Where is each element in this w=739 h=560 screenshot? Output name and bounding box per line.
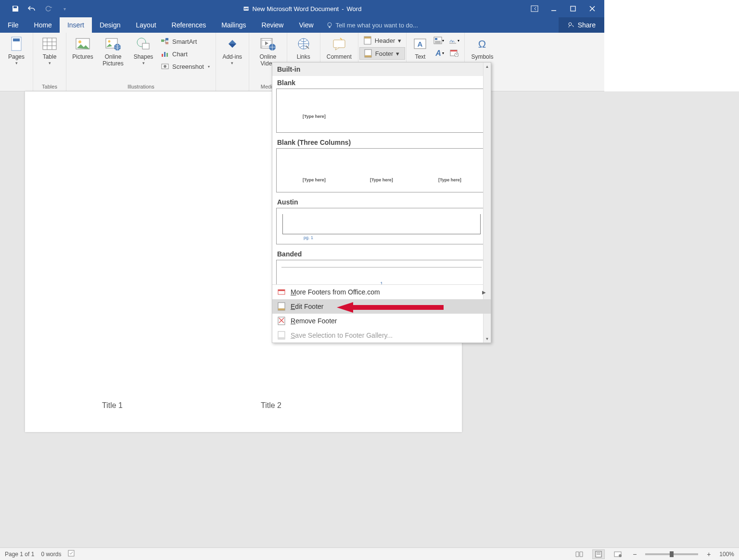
undo-icon[interactable] xyxy=(27,4,37,13)
group-tables: Table ▾ Tables xyxy=(33,33,66,91)
svg-rect-22 xyxy=(166,53,168,57)
gallery-item-blank-label: Blank xyxy=(276,76,487,89)
app-name: Word xyxy=(347,5,362,13)
tab-view[interactable]: View xyxy=(291,17,321,33)
remove-footer[interactable]: Remove Footer xyxy=(272,314,491,328)
window-title: New Microsoft Word Document - Word xyxy=(243,5,362,13)
symbols-button[interactable]: Ω Symbols xyxy=(468,35,497,61)
blank-placeholder: [Type here] xyxy=(303,114,326,119)
shapes-button[interactable]: Shapes ▾ xyxy=(130,35,157,65)
table-button[interactable]: Table ▾ xyxy=(36,35,63,65)
svg-rect-38 xyxy=(435,42,441,43)
online-pictures-button[interactable]: Online Pictures xyxy=(97,35,129,68)
tab-design[interactable]: Design xyxy=(92,17,128,33)
svg-point-13 xyxy=(108,40,111,43)
minimize-icon[interactable] xyxy=(549,4,558,13)
pages-button[interactable]: Pages ▾ xyxy=(3,35,30,65)
online-pictures-icon xyxy=(105,36,121,52)
tell-me-label: Tell me what you want to do... xyxy=(336,22,418,29)
gallery-item-blank3[interactable]: [Type here] [Type here] [Type here] xyxy=(276,148,487,192)
gallery-item-austin[interactable]: pg. 1 xyxy=(276,208,487,244)
footer-button[interactable]: Footer ▾ xyxy=(359,47,406,60)
tab-references[interactable]: References xyxy=(164,17,214,33)
svg-rect-46 xyxy=(278,290,285,291)
footer-icon xyxy=(364,49,372,58)
blank3-ph3: [Type here] xyxy=(438,178,461,182)
group-illustrations: Pictures Online Pictures Shapes ▾ SmartA… xyxy=(66,33,216,91)
footer-title-1: Title 1 xyxy=(102,401,123,410)
tables-group-label: Tables xyxy=(33,83,66,91)
doc-title: New Microsoft Word Document xyxy=(253,5,339,13)
pictures-icon xyxy=(75,36,91,52)
quickparts-icon[interactable]: ▾ xyxy=(433,36,444,45)
text-box-icon: A xyxy=(412,36,428,52)
close-icon[interactable] xyxy=(588,4,597,13)
gallery-item-austin-label: Austin xyxy=(276,195,487,208)
group-pages: Pages ▾ xyxy=(0,33,33,91)
save-icon[interactable] xyxy=(11,4,20,13)
header-button[interactable]: Header ▾ xyxy=(359,35,406,46)
svg-rect-18 xyxy=(166,38,168,40)
svg-rect-3 xyxy=(571,6,575,11)
qat-customize-icon[interactable]: ▾ xyxy=(60,4,69,13)
online-pictures-label: Online Pictures xyxy=(98,53,128,67)
scroll-up-icon[interactable]: ▲ xyxy=(484,63,491,70)
smartart-icon xyxy=(161,37,169,46)
pictures-label: Pictures xyxy=(72,53,93,60)
tab-home[interactable]: Home xyxy=(26,17,60,33)
comment-button[interactable]: Comment xyxy=(323,35,355,61)
footer-label: Footer xyxy=(375,50,394,57)
screenshot-button[interactable]: Screenshot ▾ xyxy=(158,61,213,72)
share-label: Share xyxy=(578,21,596,29)
maximize-icon[interactable] xyxy=(569,4,577,13)
pages-label: Pages xyxy=(8,53,25,60)
svg-rect-17 xyxy=(161,39,164,42)
gallery-item-blank[interactable]: [Type here] xyxy=(276,89,487,133)
addins-icon xyxy=(224,36,241,52)
save-selection-footer: Save Selection to Footer Gallery... xyxy=(272,328,491,343)
screenshot-label: Screenshot xyxy=(172,63,204,70)
gallery-scroll[interactable]: Blank [Type here] Blank (Three Columns) … xyxy=(272,76,491,284)
quick-access-toolbar: ▾ xyxy=(0,4,69,13)
shapes-label: Shapes xyxy=(134,53,153,60)
tab-file[interactable]: File xyxy=(0,17,26,33)
table-label: Table xyxy=(43,53,57,60)
header-label: Header xyxy=(375,37,395,44)
chart-button[interactable]: Chart xyxy=(158,48,213,60)
edit-footer[interactable]: Edit Footer xyxy=(272,299,491,314)
tab-review[interactable]: Review xyxy=(254,17,292,33)
tell-me[interactable]: Tell me what you want to do... xyxy=(321,17,423,33)
text-box-button[interactable]: A Text xyxy=(409,35,431,61)
gallery-item-banded[interactable]: 1 xyxy=(276,260,487,284)
svg-rect-19 xyxy=(166,42,168,44)
svg-text:Ω: Ω xyxy=(478,38,486,50)
smartart-button[interactable]: SmartArt xyxy=(158,36,213,47)
ribbon-options-icon[interactable] xyxy=(530,4,539,13)
addins-button[interactable]: Add-ins ▾ xyxy=(219,35,246,65)
remove-footer-icon xyxy=(277,317,286,325)
datetime-icon[interactable] xyxy=(449,48,459,58)
chart-label: Chart xyxy=(172,51,188,58)
share-button[interactable]: Share xyxy=(559,17,604,33)
svg-rect-30 xyxy=(364,37,371,38)
tab-mailings[interactable]: Mailings xyxy=(214,17,254,33)
edit-footer-label: Edit Footer xyxy=(291,303,323,310)
more-footers[interactable]: More Footers from Office.com ▶ xyxy=(272,285,491,299)
signature-icon[interactable]: ▾ xyxy=(449,36,459,45)
pictures-button[interactable]: Pictures xyxy=(69,35,96,61)
chart-icon xyxy=(161,50,169,58)
window-controls xyxy=(530,4,604,13)
tab-insert[interactable]: Insert xyxy=(60,17,92,33)
blank3-ph1: [Type here] xyxy=(303,178,326,182)
redo-icon[interactable] xyxy=(43,4,53,13)
tab-layout[interactable]: Layout xyxy=(128,17,164,33)
svg-rect-51 xyxy=(278,337,285,339)
comment-icon xyxy=(331,36,347,52)
office-icon xyxy=(277,288,286,296)
svg-rect-8 xyxy=(13,38,20,41)
svg-rect-42 xyxy=(450,50,457,51)
footer-title-2: Title 2 xyxy=(261,401,281,410)
svg-rect-20 xyxy=(162,54,163,57)
wordart-icon[interactable]: A▾ xyxy=(433,48,444,58)
links-button[interactable]: Links ▾ xyxy=(290,35,317,65)
